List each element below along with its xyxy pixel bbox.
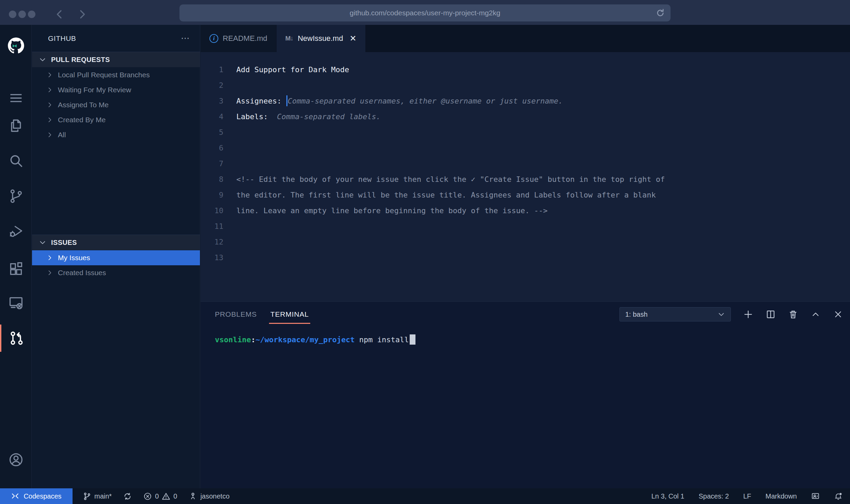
editor-line: 4 Labels: Comma-separated labels. bbox=[201, 109, 850, 124]
files-icon bbox=[9, 118, 23, 133]
tree-item-label: Created By Me bbox=[58, 116, 106, 124]
editor-line: 6 bbox=[201, 140, 850, 156]
menu-button[interactable] bbox=[0, 84, 32, 112]
kill-terminal-icon[interactable] bbox=[788, 309, 798, 319]
editor-group: i README.md M↓ NewIssue.md ✕ 1 Add Suppo… bbox=[201, 25, 850, 488]
panel-tab-problems[interactable]: PROBLEMS bbox=[215, 310, 257, 318]
window-minimize-button[interactable] bbox=[18, 11, 26, 18]
remote-icon bbox=[11, 492, 19, 501]
sidebar: GITHUB ⋯ PULL REQUESTS Local Pull Reques… bbox=[32, 25, 200, 488]
branch-status[interactable]: main* bbox=[83, 492, 112, 501]
sidebar-title: GITHUB bbox=[48, 34, 181, 43]
editor-line: 3 Assignees: Comma-separated usernames, … bbox=[201, 93, 850, 109]
line-number: 12 bbox=[201, 238, 223, 246]
terminal-separator: : bbox=[251, 335, 255, 344]
line-number: 2 bbox=[201, 81, 223, 90]
close-tab-icon[interactable]: ✕ bbox=[349, 34, 356, 43]
section-label: PULL REQUESTS bbox=[51, 56, 110, 64]
debug-icon bbox=[9, 223, 23, 238]
activity-bar bbox=[0, 25, 32, 488]
sidebar-more-actions-icon[interactable]: ⋯ bbox=[181, 33, 190, 44]
section-pull-requests[interactable]: PULL REQUESTS bbox=[32, 52, 200, 67]
section-issues[interactable]: ISSUES bbox=[32, 235, 200, 250]
line-number: 6 bbox=[201, 144, 223, 152]
tree-item-my-issues[interactable]: My Issues bbox=[32, 250, 200, 265]
cursor-position-status[interactable]: Ln 3, Col 1 bbox=[651, 492, 684, 500]
tree-item-waiting-for-my-review[interactable]: Waiting For My Review bbox=[32, 82, 200, 97]
back-icon[interactable] bbox=[54, 8, 66, 20]
chevron-right-icon bbox=[46, 131, 53, 138]
tree-item-label: Assigned To Me bbox=[58, 101, 109, 109]
source-control-icon bbox=[9, 189, 23, 204]
user-status[interactable]: jasonetco bbox=[189, 492, 230, 501]
sidebar-header: GITHUB ⋯ bbox=[32, 25, 200, 52]
github-pull-requests-button[interactable] bbox=[0, 325, 32, 352]
chevron-right-icon bbox=[46, 116, 53, 123]
chevron-right-icon bbox=[46, 101, 53, 108]
line-number: 4 bbox=[201, 112, 223, 121]
tab-bar: i README.md M↓ NewIssue.md ✕ bbox=[201, 25, 850, 52]
github-vscode-logo bbox=[0, 32, 32, 59]
editor-line: 10 line. Leave an empty line before begi… bbox=[201, 203, 850, 218]
close-panel-icon[interactable] bbox=[833, 309, 843, 319]
new-terminal-icon[interactable] bbox=[743, 309, 753, 319]
labels-label: Labels: bbox=[236, 112, 277, 121]
git-pull-request-icon bbox=[9, 331, 24, 346]
line-number: 1 bbox=[201, 65, 223, 74]
person-icon bbox=[189, 492, 197, 501]
assignees-placeholder: Comma-separated usernames, either @usern… bbox=[288, 97, 563, 105]
tree-item-label: My Issues bbox=[58, 254, 90, 262]
forward-icon[interactable] bbox=[76, 8, 88, 20]
tree-item-local-pull-request-branches[interactable]: Local Pull Request Branches bbox=[32, 67, 200, 82]
run-debug-button[interactable] bbox=[0, 217, 32, 245]
tree-item-assigned-to-me[interactable]: Assigned To Me bbox=[32, 97, 200, 112]
line-number: 9 bbox=[201, 191, 223, 199]
sidebar-spacer bbox=[32, 142, 200, 235]
warning-icon bbox=[162, 492, 170, 501]
tree-item-all[interactable]: All bbox=[32, 127, 200, 142]
explorer-button[interactable] bbox=[0, 112, 32, 139]
problems-status[interactable]: 0 0 bbox=[143, 492, 177, 501]
line-text: Add Support for Dark Mode bbox=[223, 65, 349, 74]
editor-line: 9 the editor. The first line will be the… bbox=[201, 187, 850, 203]
panel-tab-terminal[interactable]: TERMINAL bbox=[270, 310, 309, 318]
tab-readme[interactable]: i README.md bbox=[201, 25, 277, 52]
language-status[interactable]: Markdown bbox=[766, 492, 797, 500]
search-button[interactable] bbox=[0, 147, 32, 175]
tree-item-created-issues[interactable]: Created Issues bbox=[32, 265, 200, 280]
editor-line: 13 bbox=[201, 250, 850, 265]
indentation-status[interactable]: Spaces: 2 bbox=[698, 492, 729, 500]
codespaces-status-button[interactable]: Codespaces bbox=[0, 488, 73, 504]
sync-icon bbox=[123, 492, 132, 501]
window-maximize-button[interactable] bbox=[28, 11, 35, 18]
url-bar[interactable]: github.com/codespaces/user-my-project-mg… bbox=[179, 4, 671, 21]
editor[interactable]: 1 Add Support for Dark Mode 2 3 Assignee… bbox=[201, 52, 850, 301]
chevron-right-icon bbox=[46, 254, 53, 261]
terminal-shell-select[interactable]: 1: bash bbox=[619, 307, 731, 321]
window-close-button[interactable] bbox=[9, 11, 16, 18]
eol-status[interactable]: LF bbox=[743, 492, 751, 500]
bottom-panel: PROBLEMS TERMINAL 1: bash vsonline : ~/w… bbox=[201, 301, 850, 488]
maximize-panel-icon[interactable] bbox=[810, 309, 821, 319]
line-number: 11 bbox=[201, 222, 223, 231]
terminal-user: vsonline bbox=[215, 335, 251, 344]
line-number: 8 bbox=[201, 175, 223, 184]
tree-item-label: Created Issues bbox=[58, 269, 106, 277]
remote-explorer-button[interactable] bbox=[0, 289, 32, 316]
editor-line: 8 <!-- Edit the body of your new issue t… bbox=[201, 171, 850, 187]
feedback-icon[interactable] bbox=[811, 492, 820, 501]
tab-newissue[interactable]: M↓ NewIssue.md ✕ bbox=[277, 25, 366, 52]
hamburger-icon bbox=[9, 91, 23, 106]
notifications-bell-icon[interactable] bbox=[834, 492, 843, 501]
sync-status[interactable] bbox=[123, 492, 132, 501]
extensions-button[interactable] bbox=[0, 256, 32, 283]
source-control-button[interactable] bbox=[0, 183, 32, 210]
account-button[interactable] bbox=[0, 446, 32, 473]
reload-icon[interactable] bbox=[656, 8, 665, 18]
codespaces-label: Codespaces bbox=[23, 492, 61, 500]
warning-count: 0 bbox=[173, 492, 177, 500]
tree-item-created-by-me[interactable]: Created By Me bbox=[32, 112, 200, 127]
terminal[interactable]: vsonline : ~/workspace/my_project npm in… bbox=[215, 334, 415, 345]
split-terminal-icon[interactable] bbox=[766, 309, 776, 319]
line-number: 3 bbox=[201, 97, 223, 105]
